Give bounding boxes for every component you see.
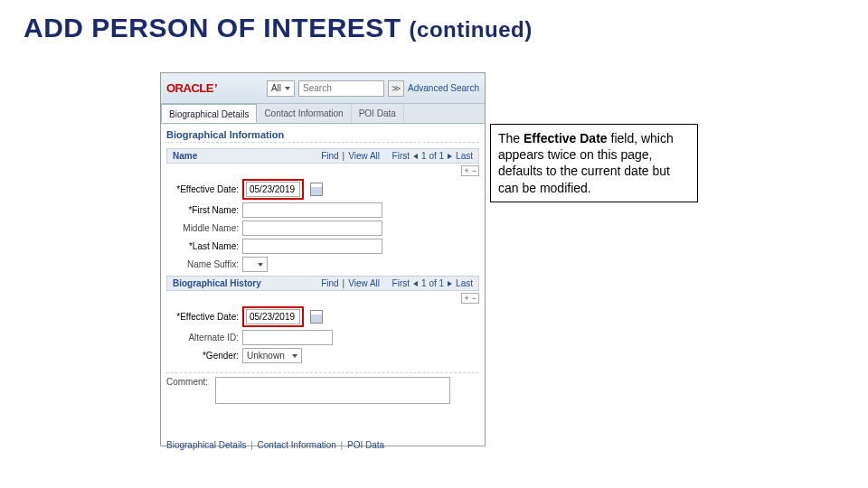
group-bar-bio-history: Biographical History Find | View All Fir… (166, 276, 479, 291)
app-window: ORACLE’ All ≫ Advanced Search Biographic… (160, 72, 486, 446)
section-biographical-information: Biographical Information (166, 129, 479, 143)
viewall-link-2[interactable]: View All (348, 278, 380, 288)
sep: | (249, 440, 255, 450)
search-input[interactable] (298, 80, 384, 97)
find-link[interactable]: Find (321, 151, 338, 161)
comment-textarea[interactable] (215, 377, 450, 404)
calendar-icon[interactable] (310, 310, 323, 324)
callout-box: The Effective Date field, which appears … (490, 124, 698, 202)
middle-name-input[interactable] (242, 221, 382, 236)
pipe: | (343, 278, 345, 288)
oracle-logo: ORACLE’ (166, 81, 217, 95)
chevron-down-icon (285, 87, 290, 90)
label-last-name: *Last Name: (166, 241, 239, 251)
remove-row-button[interactable]: − (472, 166, 476, 175)
label-comment: Comment: (166, 377, 208, 387)
effective-date-input-2[interactable] (246, 309, 300, 324)
callout-pre: The (498, 131, 524, 145)
add-row-button[interactable]: + (464, 166, 468, 175)
oracle-logo-dot: ’ (214, 81, 217, 95)
remove-row-button-2[interactable]: − (472, 294, 476, 303)
oracle-logo-text: ORACLE (166, 81, 213, 95)
callout-bold: Effective Date (524, 131, 608, 145)
tab-bar: Biographical Details Contact Information… (161, 104, 485, 124)
add-remove-row-2: + − (461, 293, 479, 304)
footer-link-contact[interactable]: Contact Information (258, 440, 336, 450)
add-remove-row: + − (461, 165, 479, 176)
footer-link-poi[interactable]: POI Data (347, 440, 384, 450)
alternate-id-input[interactable] (242, 330, 333, 345)
footer-link-bio[interactable]: Biographical Details (166, 440, 246, 450)
calendar-icon[interactable] (310, 183, 323, 196)
tab-contact-information[interactable]: Contact Information (257, 104, 351, 123)
find-link-2[interactable]: Find (321, 278, 338, 288)
top-bar: ORACLE’ All ≫ Advanced Search (161, 73, 485, 104)
go-glyph: ≫ (392, 83, 401, 93)
advanced-search-link[interactable]: Advanced Search (408, 83, 479, 93)
bottom-link-bar: Biographical Details | Contact Informati… (166, 440, 479, 450)
chevron-down-icon (258, 263, 263, 267)
group-title-name: Name (173, 151, 197, 161)
group-title-bio-history: Biographical History (173, 278, 261, 288)
first-label-2: First (392, 278, 410, 288)
group-bar-name: Name Find | View All First 1 of 1 Last (166, 148, 479, 164)
add-row-button-2[interactable]: + (464, 294, 468, 303)
arrow-left-icon[interactable] (413, 281, 418, 286)
tab-poi-data[interactable]: POI Data (352, 104, 404, 123)
count-label-2: 1 of 1 (421, 278, 444, 288)
separator (166, 372, 479, 373)
label-name-suffix: Name Suffix: (166, 259, 239, 269)
count-label: 1 of 1 (421, 151, 444, 161)
slide-title: ADD PERSON OF INTEREST (continued) (24, 13, 533, 43)
effective-date-input-1[interactable] (246, 182, 300, 197)
scope-dropdown-label: All (271, 83, 281, 93)
viewall-link[interactable]: View All (348, 151, 380, 161)
app-body: Biographical Information Name Find | Vie… (161, 124, 485, 455)
label-gender: *Gender: (166, 351, 239, 361)
highlight-effective-date-1 (242, 179, 304, 200)
pipe: | (343, 151, 345, 161)
arrow-left-icon[interactable] (413, 154, 418, 159)
arrow-right-icon[interactable] (448, 281, 452, 286)
name-suffix-select[interactable] (242, 257, 268, 272)
last-label-2: Last (456, 278, 473, 288)
sep: | (339, 440, 345, 450)
scope-dropdown[interactable]: All (267, 80, 295, 97)
last-name-input[interactable] (242, 239, 382, 254)
slide-title-main: ADD PERSON OF INTEREST (24, 13, 401, 42)
label-middle-name: Middle Name: (166, 223, 239, 233)
slide-title-continued: (continued) (410, 17, 533, 42)
highlight-effective-date-2 (242, 306, 304, 327)
last-label: Last (456, 151, 473, 161)
gender-select[interactable]: Unknown (242, 348, 302, 363)
label-first-name: *First Name: (166, 205, 239, 215)
tab-biographical-details[interactable]: Biographical Details (161, 104, 257, 123)
gender-value: Unknown (247, 351, 285, 361)
first-label: First (392, 151, 410, 161)
label-alternate-id: Alternate ID: (166, 333, 239, 343)
chevron-down-icon (292, 354, 297, 358)
search-go-button[interactable]: ≫ (388, 80, 404, 97)
label-effective-date: *Effective Date: (166, 184, 239, 194)
label-effective-date-2: *Effective Date: (166, 312, 239, 322)
first-name-input[interactable] (242, 202, 382, 218)
arrow-right-icon[interactable] (448, 154, 452, 159)
